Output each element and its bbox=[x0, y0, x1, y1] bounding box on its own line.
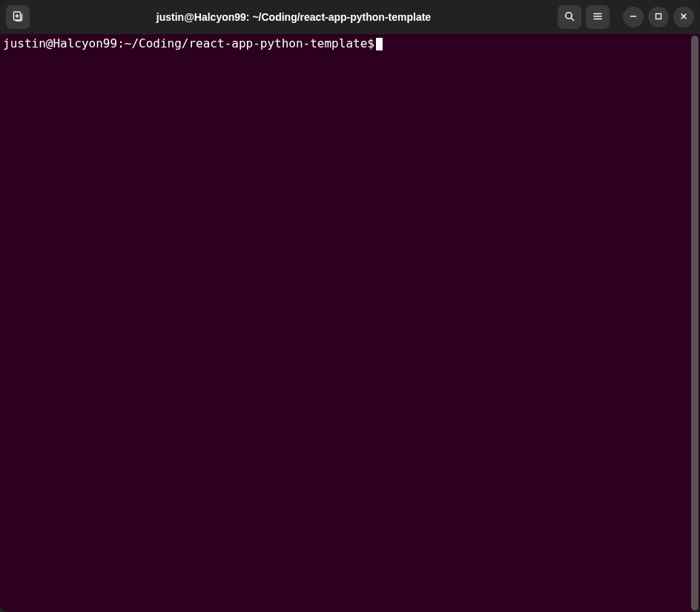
prompt-user-host: justin@Halcyon99 bbox=[3, 36, 117, 50]
terminal-cursor bbox=[376, 38, 383, 50]
window-controls bbox=[618, 7, 694, 27]
terminal-window: justin@Halcyon99: ~/Coding/react-app-pyt… bbox=[0, 0, 700, 612]
terminal-content[interactable]: justin@Halcyon99:~/Coding/react-app-pyth… bbox=[0, 34, 691, 612]
window-title: justin@Halcyon99: ~/Coding/react-app-pyt… bbox=[34, 11, 553, 23]
svg-line-4 bbox=[571, 18, 573, 20]
close-icon bbox=[679, 12, 688, 23]
close-button[interactable] bbox=[673, 7, 694, 27]
titlebar-left bbox=[6, 5, 30, 29]
new-tab-button[interactable] bbox=[6, 5, 30, 29]
titlebar-right bbox=[558, 5, 694, 29]
maximize-icon bbox=[654, 12, 663, 23]
search-button[interactable] bbox=[558, 5, 581, 29]
terminal-body[interactable]: justin@Halcyon99:~/Coding/react-app-pyth… bbox=[0, 34, 700, 612]
search-icon bbox=[564, 10, 575, 24]
maximize-button[interactable] bbox=[648, 7, 669, 27]
minimize-button[interactable] bbox=[623, 7, 644, 27]
menu-button[interactable] bbox=[586, 5, 610, 29]
prompt-line: justin@Halcyon99:~/Coding/react-app-pyth… bbox=[3, 36, 374, 50]
svg-rect-9 bbox=[656, 13, 661, 19]
new-tab-icon bbox=[12, 10, 24, 24]
prompt-symbol: $ bbox=[367, 36, 374, 50]
minimize-icon bbox=[629, 12, 638, 23]
scrollbar[interactable] bbox=[691, 36, 699, 611]
scrollbar-thumb[interactable] bbox=[691, 36, 699, 611]
titlebar: justin@Halcyon99: ~/Coding/react-app-pyt… bbox=[0, 0, 700, 34]
prompt-path: ~/Coding/react-app-python-template bbox=[125, 36, 368, 50]
hamburger-icon bbox=[592, 10, 604, 24]
prompt-separator: : bbox=[117, 36, 125, 50]
